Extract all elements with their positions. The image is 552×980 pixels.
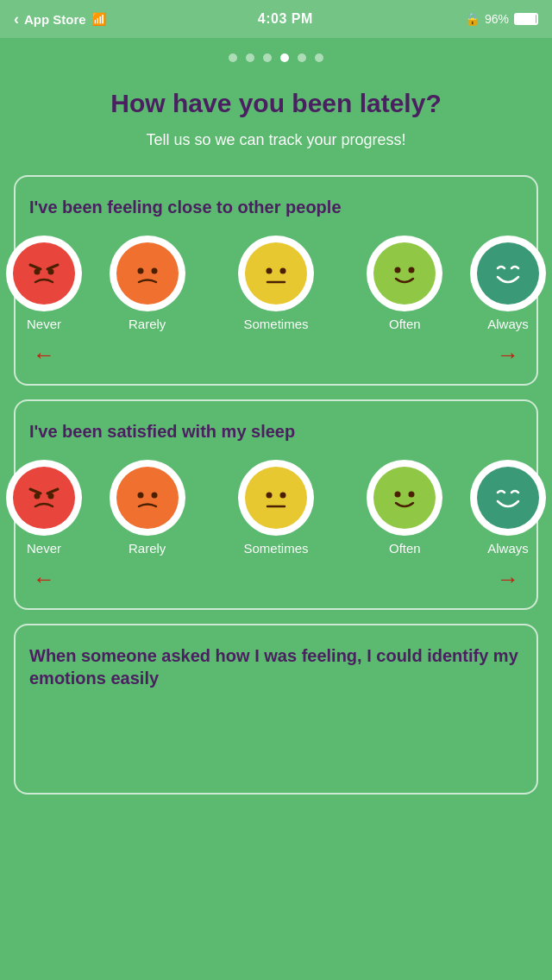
svg-point-23 (151, 493, 157, 499)
emoji-face-often-2 (373, 467, 436, 529)
card-1-arrows: ← → (29, 338, 523, 368)
emoji-face-rarely-1 (116, 242, 179, 305)
svg-point-9 (266, 268, 272, 274)
back-arrow-icon[interactable]: ‹ (14, 10, 19, 28)
emoji-circle-always-2[interactable] (470, 460, 546, 536)
card-2: I've been satisfied with my sleep Never (14, 399, 538, 610)
card-1-title: I've been feeling close to other people (29, 196, 523, 218)
emoji-face-often-1 (373, 242, 436, 305)
label-sometimes-2: Sometimes (243, 541, 308, 556)
label-rarely-2: Rarely (129, 541, 166, 556)
svg-point-20 (48, 493, 54, 499)
card-1: I've been feeling close to other people (14, 175, 538, 386)
battery-icon (514, 13, 538, 25)
sub-text: Tell us so we can track your progress! (34, 131, 518, 149)
svg-point-22 (137, 493, 143, 499)
emoji-circle-often-1[interactable] (367, 236, 442, 311)
svg-point-10 (279, 268, 285, 274)
svg-point-3 (34, 269, 41, 275)
page-dot-1[interactable] (229, 53, 237, 62)
page-dot-2[interactable] (246, 53, 254, 62)
emoji-circle-rarely-2[interactable] (110, 460, 185, 536)
option-often-2[interactable]: Often (341, 460, 469, 556)
page-indicators (0, 38, 552, 71)
svg-point-14 (409, 267, 415, 273)
label-often-2: Often (389, 541, 421, 556)
emoji-circle-always-1[interactable] (470, 236, 546, 311)
option-never-2[interactable]: Never (5, 460, 83, 556)
page-dot-3[interactable] (263, 53, 272, 62)
emoji-face-rarely-2 (116, 467, 179, 529)
svg-point-30 (409, 492, 415, 498)
svg-point-13 (395, 267, 401, 273)
card-3: When someone asked how I was feeling, I … (14, 624, 538, 795)
option-never-1[interactable]: Never (5, 236, 83, 331)
page-dot-6[interactable] (315, 53, 323, 62)
emoji-circle-never-1[interactable] (6, 236, 82, 311)
svg-point-29 (395, 492, 401, 498)
arrow-left-2: ← (33, 566, 55, 593)
card-3-title: When someone asked how I was feeling, I … (29, 644, 523, 689)
svg-point-24 (251, 473, 301, 523)
option-rarely-1[interactable]: Rarely (83, 236, 211, 331)
svg-point-16 (19, 473, 69, 523)
label-often-1: Often (389, 317, 421, 331)
emoji-face-never-2 (13, 467, 75, 529)
option-always-2[interactable]: Always (469, 460, 547, 556)
svg-point-4 (48, 269, 54, 275)
page-dot-5[interactable] (298, 53, 306, 62)
card-2-title: I've been satisfied with my sleep (29, 420, 523, 443)
svg-point-21 (122, 473, 172, 523)
svg-point-28 (380, 473, 430, 523)
status-bar-left: ‹ App Store 📶 (14, 10, 106, 28)
emoji-circle-often-2[interactable] (367, 460, 442, 536)
svg-point-31 (483, 473, 533, 523)
card-1-options: Never Rarely (29, 236, 523, 338)
status-bar-right: 🔒 96% (465, 12, 538, 26)
option-sometimes-1[interactable]: Sometimes (211, 236, 340, 331)
label-always-1: Always (487, 317, 529, 331)
emoji-face-sometimes-2 (245, 467, 307, 529)
option-always-1[interactable]: Always (469, 236, 547, 331)
main-question: How have you been lately? (34, 88, 518, 119)
emoji-circle-rarely-1[interactable] (110, 236, 185, 311)
svg-point-12 (380, 248, 430, 298)
emoji-face-never-1 (13, 242, 75, 305)
svg-point-8 (251, 248, 301, 298)
svg-point-5 (122, 248, 172, 298)
svg-point-0 (19, 248, 69, 298)
emoji-face-always-2 (477, 467, 539, 529)
app-store-label: App Store (24, 12, 86, 27)
option-sometimes-2[interactable]: Sometimes (211, 460, 340, 556)
arrow-right-1: → (497, 342, 519, 368)
svg-point-26 (279, 493, 285, 499)
svg-point-25 (266, 493, 272, 499)
label-rarely-1: Rarely (129, 317, 166, 331)
svg-point-15 (483, 248, 533, 298)
label-never-1: Never (27, 317, 61, 331)
label-always-2: Always (487, 541, 529, 556)
lock-icon: 🔒 (465, 12, 480, 26)
wifi-icon: 📶 (91, 12, 106, 26)
svg-point-6 (137, 268, 143, 274)
emoji-face-sometimes-1 (245, 242, 307, 305)
emoji-circle-sometimes-1[interactable] (238, 236, 314, 311)
header-section: How have you been lately? Tell us so we … (0, 71, 552, 175)
emoji-circle-never-2[interactable] (6, 460, 82, 536)
option-rarely-2[interactable]: Rarely (83, 460, 211, 556)
card-2-options: Never Rarely (29, 460, 523, 562)
page-dot-4[interactable] (280, 53, 289, 62)
label-never-2: Never (27, 541, 61, 556)
emoji-face-always-1 (477, 242, 539, 305)
arrow-left-1: ← (33, 342, 55, 368)
svg-point-19 (34, 493, 41, 499)
svg-point-7 (151, 268, 157, 274)
status-bar-time: 4:03 PM (258, 11, 313, 27)
option-often-1[interactable]: Often (341, 236, 469, 331)
status-bar: ‹ App Store 📶 4:03 PM 🔒 96% (0, 0, 552, 38)
emoji-circle-sometimes-2[interactable] (238, 460, 314, 536)
label-sometimes-1: Sometimes (243, 317, 308, 331)
battery-percent: 96% (485, 12, 509, 26)
card-2-arrows: ← → (29, 562, 523, 593)
arrow-right-2: → (497, 566, 519, 593)
